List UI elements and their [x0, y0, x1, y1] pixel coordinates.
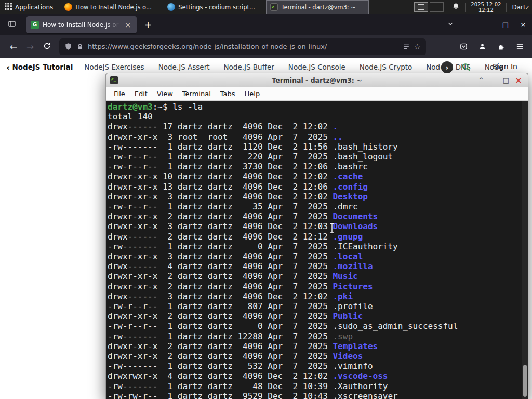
- file-name: .bash_logout: [332, 152, 393, 162]
- extensions-icon[interactable]: [491, 39, 510, 55]
- terminal-listing-row: drwx------ 2 dartz dartz 4096 Dec 2 12:1…: [108, 232, 522, 242]
- file-attributes: drwx------ 4 dartz dartz 4096 Apr 7 2025: [108, 261, 332, 271]
- terminal-listing-row: -rw------- 1 dartz dartz 12288 Apr 7 202…: [108, 331, 522, 341]
- file-name: .Xauthority: [332, 381, 388, 391]
- tab-title: How to Install Node.js on: [43, 21, 119, 29]
- applications-menu-button[interactable]: Applications: [0, 0, 58, 14]
- site-nav-link-nodejs-exercises[interactable]: NodeJS Exercises: [84, 63, 144, 71]
- workspace-window-thumb: [418, 4, 424, 10]
- terminal-listing-row: drwxr-xr-x 10 dartz dartz 4096 Dec 2 12:…: [108, 171, 522, 181]
- file-attributes: drwxr-xr-x 2 dartz dartz 4096 Apr 7 2025: [108, 311, 332, 321]
- menu-hamburger-icon[interactable]: [510, 39, 529, 55]
- close-button[interactable]: ×: [513, 75, 524, 85]
- back-button[interactable]: ←: [5, 39, 22, 55]
- maximize-button[interactable]: □: [497, 18, 514, 32]
- file-attributes: -rw-r--r-- 1 dartz dartz 0 Apr 7 2025: [108, 321, 332, 331]
- terminal-listing-row: drwxr-xr-x 3 dartz dartz 4096 Dec 2 12:0…: [108, 192, 522, 202]
- file-attributes: -rw-r--r-- 1 dartz dartz 220 Apr 7 2025: [108, 152, 332, 162]
- nav-back-chevron-icon[interactable]: ‹: [0, 62, 12, 73]
- terminal-content[interactable]: dartz@vm3:~$ ls -latotal 140drwx------ 1…: [106, 101, 528, 399]
- taskbar-button-settings[interactable]: Settings - codium script...: [163, 0, 266, 14]
- site-nav-link-nodejs-tutorial[interactable]: NodeJS Tutorial: [12, 63, 73, 71]
- terminal-menu-view[interactable]: View: [152, 90, 178, 98]
- account-icon[interactable]: [473, 39, 491, 55]
- bookmark-star-icon[interactable]: ☆: [414, 42, 421, 51]
- reader-mode-icon[interactable]: [403, 43, 410, 50]
- sign-in-button[interactable]: Sign In: [493, 62, 517, 71]
- workspace-2[interactable]: [430, 2, 444, 12]
- site-nav-link-node-js-buffer[interactable]: Node.JS Buffer: [223, 63, 274, 71]
- pocket-icon[interactable]: [454, 39, 473, 55]
- file-name: Desktop: [332, 192, 367, 202]
- terminal-menu-edit[interactable]: Edit: [130, 90, 152, 98]
- window-task-list: How to Install Node.js o...Settings - co…: [60, 0, 369, 14]
- maximize-button[interactable]: □: [501, 75, 511, 85]
- new-tab-button[interactable]: +: [141, 18, 155, 32]
- taskbar-button-label: How to Install Node.js o...: [75, 4, 152, 11]
- file-name: .vscode-oss: [332, 371, 388, 381]
- site-nav-link-node-js-assert[interactable]: Node.JS Assert: [158, 63, 210, 71]
- file-name: Public: [332, 311, 363, 321]
- terminal-listing-row: -rw-rw-r-- 1 dartz dartz 9529 Dec 2 10:4…: [108, 391, 522, 399]
- firefox-view-button[interactable]: [4, 18, 20, 32]
- minimize-button[interactable]: –: [488, 75, 499, 85]
- file-attributes: drwx------ 17 dartz dartz 4096 Dec 2 12:…: [108, 122, 332, 131]
- terminal-window-controls: ^ – □ ×: [476, 75, 528, 85]
- taskbar-button-firefox[interactable]: How to Install Node.js o...: [60, 0, 163, 14]
- workspace-1[interactable]: [414, 2, 428, 12]
- terminal-listing-row: -rw------- 1 dartz dartz 48 Dec 2 10:39 …: [108, 381, 522, 391]
- browser-tab-bar: G How to Install Node.js on × + – □ ×: [0, 14, 532, 35]
- terminal-prompt-line: dartz@vm3:~$ ls -la: [108, 102, 522, 112]
- forward-button[interactable]: →: [22, 39, 38, 55]
- scrollbar-thumb[interactable]: [523, 365, 527, 397]
- terminal-listing-row: -rw------- 1 dartz dartz 1120 Dec 2 11:5…: [108, 142, 522, 152]
- clock[interactable]: 2025-12-02 12:12: [467, 2, 505, 13]
- taskbar-button-terminal[interactable]: Terminal - dartz@vm3: ~: [266, 0, 369, 14]
- nav-forward-button[interactable]: ›: [441, 61, 453, 73]
- minimize-button[interactable]: –: [479, 18, 497, 32]
- file-name: .bashrc: [332, 162, 367, 171]
- file-name: .cache: [332, 171, 363, 181]
- file-attributes: -rw-r--r-- 1 dartz dartz 3730 Dec 2 12:0…: [108, 162, 332, 171]
- url-text[interactable]: https://www.geeksforgeeks.org/node-js/in…: [88, 43, 398, 50]
- file-attributes: -rw------- 1 dartz dartz 48 Dec 2 10:39: [108, 381, 332, 391]
- terminal-titlebar[interactable]: Terminal - dartz@vm3: ~ ^ – □ ×: [106, 73, 528, 87]
- clock-time: 12:12: [471, 7, 501, 13]
- firefox-view-icon: [8, 20, 16, 30]
- tab-close-icon[interactable]: ×: [123, 21, 132, 29]
- close-button[interactable]: ×: [514, 18, 532, 32]
- panel-status-area: 2025-12-02 12:12 Dartz: [448, 0, 532, 14]
- terminal-menu-tabs[interactable]: Tabs: [216, 90, 240, 98]
- list-all-tabs-button[interactable]: [443, 18, 458, 32]
- search-icon[interactable]: [461, 62, 471, 73]
- firefox-icon: [64, 3, 72, 11]
- site-nav-link-node-js-crypto[interactable]: Node.JS Crypto: [360, 63, 412, 71]
- terminal-scrollbar[interactable]: [522, 101, 528, 399]
- shade-button[interactable]: ^: [476, 75, 486, 85]
- top-panel: Applications How to Install Node.js o...…: [0, 0, 532, 14]
- terminal-listing-row: drwxr-xr-x 2 dartz dartz 4096 Apr 7 2025…: [108, 341, 522, 351]
- lock-icon[interactable]: [76, 43, 84, 50]
- file-name: .config: [332, 182, 367, 192]
- terminal-menu-terminal[interactable]: Terminal: [178, 90, 216, 98]
- terminal-command: ls -la: [172, 102, 203, 112]
- terminal-menu-file[interactable]: File: [109, 90, 130, 98]
- browser-tab-active[interactable]: G How to Install Node.js on ×: [26, 16, 137, 33]
- terminal-menu-help[interactable]: Help: [240, 90, 265, 98]
- file-name: Downloads: [332, 221, 378, 231]
- terminal-listing-row: drwxr-xr-x 2 dartz dartz 4096 Apr 7 2025…: [108, 282, 522, 291]
- user-menu-button[interactable]: Dartz: [508, 0, 532, 14]
- applications-label: Applications: [15, 4, 53, 11]
- terminal-listing-row: -rw-r--r-- 1 dartz dartz 807 Apr 7 2025 …: [108, 301, 522, 311]
- geeksforgeeks-favicon: G: [31, 21, 39, 29]
- file-attributes: drwxr-xr-x 2 dartz dartz 4096 Apr 7 2025: [108, 341, 332, 351]
- file-attributes: drwxr-xr-x 3 root root 4096 Apr 7 2025: [108, 132, 332, 142]
- clock-date: 2025-12-02: [471, 2, 501, 7]
- site-nav-link-node-js-console[interactable]: Node.JS Console: [288, 63, 345, 71]
- reload-icon: [43, 42, 51, 52]
- tracking-shield-icon[interactable]: [64, 43, 72, 50]
- file-attributes: -rw------- 1 dartz dartz 0 Apr 7 2025: [108, 242, 332, 251]
- reload-button[interactable]: [38, 39, 55, 55]
- notifications-button[interactable]: [448, 0, 464, 14]
- url-bar[interactable]: https://www.geeksforgeeks.org/node-js/in…: [59, 38, 426, 55]
